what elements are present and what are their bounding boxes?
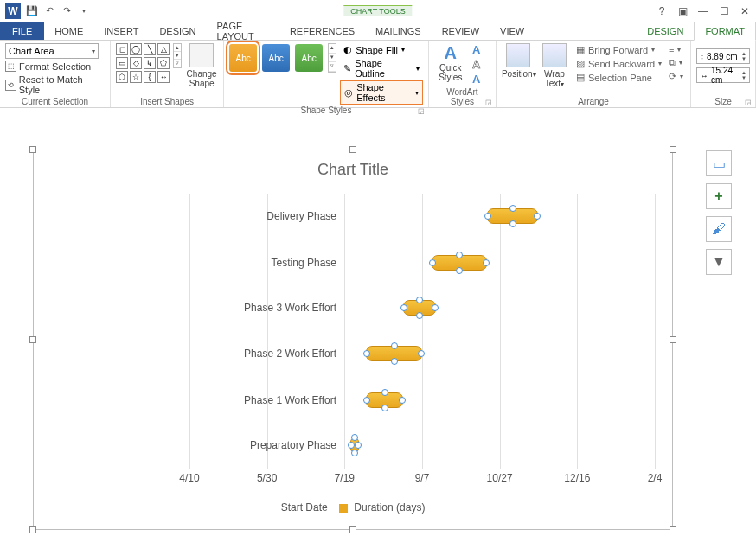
align-button[interactable]: ≡▾ — [667, 43, 685, 55]
chevron-down-icon: ▾ — [92, 48, 95, 55]
resize-handle[interactable] — [670, 146, 676, 153]
tab-file[interactable]: FILE — [0, 22, 44, 40]
send-backward-button[interactable]: ▨Send Backward▾ — [574, 57, 663, 70]
x-tick: 10/27 — [487, 469, 513, 484]
maximize-icon[interactable]: ☐ — [718, 5, 730, 17]
tab-review[interactable]: REVIEW — [432, 22, 490, 40]
chart-styles-button[interactable]: 🖌 — [706, 216, 732, 242]
chart-object[interactable]: Chart Title 4/10 5/30 7/19 9/7 10/27 12/… — [33, 150, 673, 530]
chart-legend[interactable]: Start Date Duration (days) — [34, 501, 672, 514]
bucket-icon: ◐ — [343, 44, 352, 55]
help-icon[interactable]: ? — [656, 5, 668, 17]
format-selection-label: Format Selection — [19, 61, 91, 72]
wordart-extras[interactable]: AAA — [471, 43, 483, 86]
document-canvas[interactable]: Chart Title 4/10 5/30 7/19 9/7 10/27 12/… — [17, 125, 695, 538]
tab-references[interactable]: REFERENCES — [279, 22, 365, 40]
gridline — [655, 194, 656, 469]
data-bar[interactable] — [366, 346, 422, 361]
quick-styles-button[interactable]: A Quick Styles — [434, 43, 467, 82]
shape-effects-button[interactable]: ◎ Shape Effects ▾ — [340, 80, 423, 105]
resize-handle[interactable] — [670, 526, 676, 533]
tab-page-layout[interactable]: PAGE LAYOUT — [207, 22, 279, 40]
ribbon-tabs: FILE HOME INSERT DESIGN PAGE LAYOUT REFE… — [0, 22, 756, 41]
group-arrange: Position▾ Wrap Text▾ ▦Bring Forward▾ ▨Se… — [497, 41, 691, 107]
chart-layout-button[interactable]: ▭ — [706, 150, 732, 176]
chart-element-combo-value: Chart Area — [9, 46, 54, 56]
qat-customize-icon[interactable]: ▾ — [78, 5, 90, 17]
tab-mailings[interactable]: MAILINGS — [365, 22, 432, 40]
tab-chart-format[interactable]: FORMAT — [694, 22, 756, 41]
dialog-launcher-icon[interactable]: ◲ — [745, 99, 752, 106]
ribbon-options-icon[interactable]: ▣ — [676, 5, 689, 17]
gridline — [267, 194, 268, 469]
close-icon[interactable]: ✕ — [739, 5, 751, 17]
selection-pane-button[interactable]: ▤Selection Pane — [574, 71, 663, 84]
word-logo: W — [5, 3, 21, 19]
shapes-gallery[interactable]: ◻◯╲△ ▭◇↳⬠ ⬡☆{↔ — [116, 43, 170, 83]
save-icon[interactable]: 💾 — [26, 5, 38, 17]
wrap-text-button[interactable]: Wrap Text▾ — [538, 43, 571, 88]
undo-icon[interactable]: ↶ — [43, 5, 55, 17]
data-bar[interactable] — [487, 208, 538, 224]
reset-style-label: Reset to Match Style — [19, 74, 105, 95]
data-bar[interactable] — [350, 437, 360, 453]
format-selection-button[interactable]: ⬚ Format Selection — [5, 60, 105, 73]
legend-item: Start Date — [281, 501, 328, 514]
height-icon: ↕ — [700, 52, 704, 61]
gridline — [344, 194, 345, 469]
contextual-tab-label: CHART TOOLS — [343, 5, 412, 16]
change-shape-button[interactable]: Change Shape — [185, 43, 218, 88]
redo-icon[interactable]: ↷ — [61, 5, 73, 17]
chart-filters-button[interactable]: ▼ — [706, 249, 732, 275]
tab-chart-design[interactable]: DESIGN — [637, 22, 694, 40]
data-bar[interactable] — [403, 300, 436, 316]
data-bar[interactable] — [432, 255, 488, 271]
chevron-down-icon: ▾ — [415, 89, 419, 97]
shapes-more[interactable]: ▴▾▿ — [173, 43, 182, 68]
resize-handle[interactable] — [349, 146, 356, 153]
dialog-launcher-icon[interactable]: ◲ — [485, 99, 492, 106]
wordart-a-icon: A — [434, 43, 467, 63]
dialog-launcher-icon[interactable]: ◲ — [418, 107, 425, 115]
position-button[interactable]: Position▾ — [502, 43, 535, 79]
shape-style-green[interactable]: Abc — [295, 44, 323, 72]
reset-style-button[interactable]: ⟲ Reset to Match Style — [5, 73, 105, 96]
tab-home[interactable]: HOME — [44, 22, 93, 40]
shape-width-input[interactable]: ↔ 15.24 cm ▲▼ — [696, 67, 750, 83]
shape-height-value: 8.89 cm — [707, 52, 738, 61]
chart-element-combo[interactable]: Chart Area ▾ — [5, 43, 99, 59]
tab-design[interactable]: DESIGN — [149, 22, 206, 40]
tab-insert[interactable]: INSERT — [93, 22, 149, 40]
resize-handle[interactable] — [29, 526, 36, 533]
y-tick: Phase 2 Work Effort — [215, 348, 336, 360]
chart-title[interactable]: Chart Title — [34, 150, 672, 184]
data-bar[interactable] — [366, 392, 403, 408]
shape-height-input[interactable]: ↕ 8.89 cm ▲▼ — [696, 48, 750, 64]
bring-forward-button[interactable]: ▦Bring Forward▾ — [574, 43, 663, 56]
tab-view[interactable]: VIEW — [490, 22, 535, 40]
y-tick: Phase 1 Work Effort — [215, 394, 336, 406]
minimize-icon[interactable]: — — [697, 5, 709, 17]
shape-fill-button[interactable]: ◐ Shape Fill ▾ — [340, 43, 423, 56]
shape-style-orange[interactable]: Abc — [229, 44, 257, 72]
shape-style-gallery[interactable]: Abc Abc Abc ▴▾▿ — [229, 43, 336, 73]
resize-handle[interactable] — [29, 336, 36, 343]
group-label-selection: Current Selection — [5, 96, 105, 106]
group-icon: ⧉ — [669, 57, 676, 68]
shape-style-more[interactable]: ▴▾▿ — [328, 43, 336, 73]
plot-area[interactable]: 4/10 5/30 7/19 9/7 10/27 12/16 2/4 Deliv… — [189, 194, 655, 469]
ribbon: Chart Area ▾ ⬚ Format Selection ⟲ Reset … — [0, 41, 756, 108]
chart-elements-button[interactable]: + — [706, 183, 732, 209]
shape-style-blue[interactable]: Abc — [262, 44, 290, 72]
gridline — [189, 194, 190, 469]
resize-handle[interactable] — [29, 146, 36, 153]
group-button[interactable]: ⧉▾ — [667, 56, 685, 69]
rotate-icon: ⟳ — [669, 71, 676, 82]
shape-width-value: 15.24 cm — [711, 66, 739, 85]
group-label-wordart: WordArt Styles◲ — [434, 86, 490, 106]
shape-outline-button[interactable]: ✎ Shape Outline ▾ — [340, 57, 423, 80]
resize-handle[interactable] — [349, 526, 356, 533]
chevron-down-icon: ▾ — [416, 65, 420, 73]
rotate-button[interactable]: ⟳▾ — [667, 70, 685, 83]
resize-handle[interactable] — [670, 336, 676, 343]
